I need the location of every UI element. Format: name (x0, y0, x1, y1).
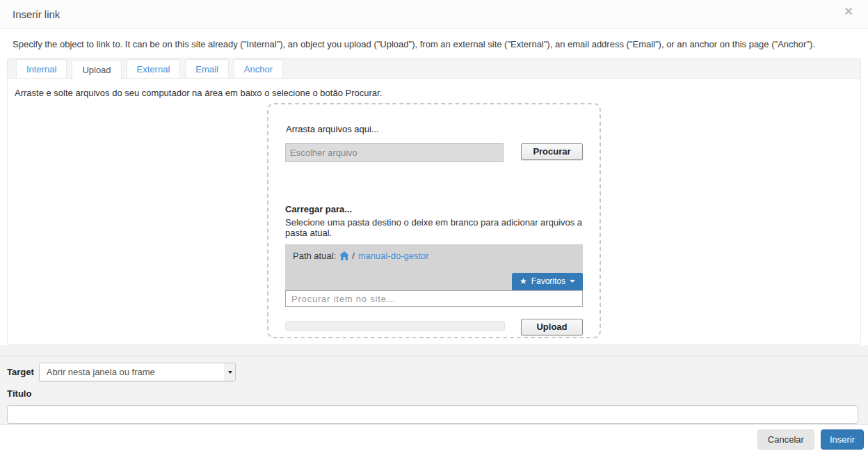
title-label: Título (0, 381, 868, 399)
upload-button[interactable]: Upload (521, 319, 583, 335)
home-icon[interactable] (339, 251, 349, 260)
tab-anchor[interactable]: Anchor (234, 59, 283, 78)
chevron-down-icon (228, 371, 232, 374)
target-selected-option: Abrir nesta janela ou frame (40, 367, 225, 377)
link-options-section: Target Abrir nesta janela ou frame Títul… (0, 345, 868, 424)
tab-internal[interactable]: Internal (16, 59, 67, 78)
close-icon[interactable]: × (842, 3, 855, 19)
title-input[interactable] (7, 405, 858, 424)
target-label: Target (7, 367, 34, 377)
breadcrumb: Path atual: / manual-do-gestor (293, 251, 575, 261)
file-input[interactable]: Escolher arquivo (285, 143, 504, 162)
file-dropzone[interactable]: Arrasta arquivos aqui... Escolher arquiv… (267, 103, 601, 338)
modal-title: Inserir link (13, 8, 60, 20)
favorites-button-label: Favoritos (531, 276, 565, 286)
modal-header: Inserir link × (0, 0, 868, 29)
cancel-button[interactable]: Cancelar (757, 429, 814, 450)
tab-strip: Internal Upload External Email Anchor (7, 58, 861, 79)
dropzone-hint: Arrasta arquivos aqui... (286, 124, 583, 134)
select-arrow-box (225, 363, 235, 381)
insert-link-modal: Inserir link × Specify the object to lin… (0, 0, 868, 451)
path-label: Path atual: (293, 251, 336, 261)
current-path-box: Path atual: / manual-do-gestor ★ Favorit… (285, 244, 583, 290)
progress-row: Upload (285, 319, 583, 335)
file-row: Escolher arquivo Procurar (285, 143, 583, 162)
star-icon: ★ (520, 277, 527, 285)
path-folder-link[interactable]: manual-do-gestor (358, 251, 429, 261)
section-divider (0, 345, 868, 356)
modal-footer: Cancelar Inserir (0, 424, 868, 451)
target-row: Target Abrir nesta janela ou frame (0, 356, 868, 381)
caret-down-icon (570, 280, 575, 283)
upload-to-help: Selecione uma pasta destino o deixe em b… (285, 217, 583, 238)
upload-to-heading: Carregar para... (285, 204, 583, 214)
tabs-area: Internal Upload External Email Anchor Ar… (7, 58, 861, 345)
favorites-button[interactable]: ★ Favoritos (512, 273, 583, 290)
upload-instruction: Arraste e solte arquivos do seu computad… (8, 79, 860, 98)
tab-external[interactable]: External (127, 59, 181, 78)
tab-email[interactable]: Email (185, 59, 229, 78)
path-separator: / (352, 251, 355, 261)
tab-upload[interactable]: Upload (72, 60, 121, 81)
browse-button[interactable]: Procurar (521, 143, 583, 160)
site-search-input[interactable] (285, 290, 583, 307)
target-select[interactable]: Abrir nesta janela ou frame (39, 363, 236, 381)
upload-tab-panel: Arraste e solte arquivos do seu computad… (7, 79, 861, 345)
upload-progress-bar (285, 321, 505, 331)
modal-description: Specify the object to link to. It can be… (0, 29, 868, 58)
insert-button[interactable]: Inserir (821, 429, 864, 450)
